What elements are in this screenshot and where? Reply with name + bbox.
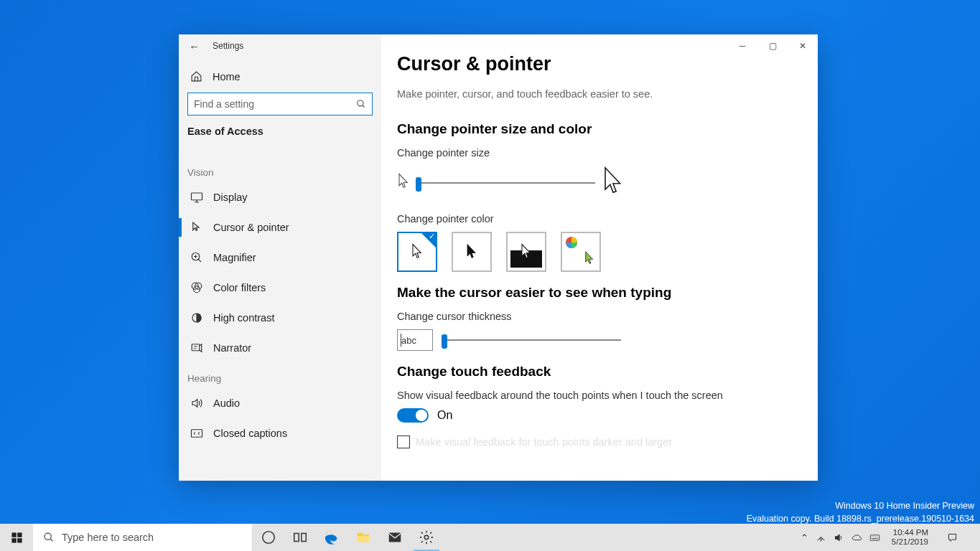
touch-feedback-toggle[interactable] [397, 408, 429, 423]
svg-point-22 [821, 540, 821, 540]
filters-icon [190, 281, 203, 294]
tray-chevron[interactable]: ⌃ [801, 532, 808, 543]
edge-button[interactable] [316, 524, 347, 551]
svg-rect-18 [302, 534, 306, 542]
back-icon[interactable]: ← [189, 40, 200, 52]
start-button[interactable] [0, 524, 33, 551]
sidebar-item-label: Color filters [213, 282, 266, 293]
search-icon [43, 532, 55, 543]
task-view-button[interactable] [284, 524, 316, 551]
cursor-thickness-label: Change cursor thickness [397, 311, 796, 322]
sidebar-item-color-filters[interactable]: Color filters [179, 273, 381, 303]
clock-time: 10:44 PM [892, 528, 928, 537]
watermark-line1: Windows 10 Home Insider Preview [747, 500, 974, 513]
pointer-color-inverted[interactable] [506, 232, 546, 272]
window-title: Settings [213, 41, 243, 51]
taskbar-search-placeholder: Type here to search [62, 532, 154, 543]
search-icon [356, 99, 366, 109]
cursor-thickness-slider[interactable] [442, 339, 621, 341]
titlebar: ← Settings [179, 34, 381, 57]
sidebar-item-label: Cursor & pointer [213, 222, 289, 233]
taskbar-search[interactable]: Type here to search [33, 524, 253, 551]
cursor-black-icon [465, 243, 478, 260]
home-label: Home [213, 71, 241, 83]
taskbar: Type here to search ⌃ 10:44 PM 5/21/2019 [0, 524, 980, 551]
maximize-button[interactable]: ▢ [757, 34, 788, 57]
group-hearing: Hearing [179, 373, 381, 388]
svg-rect-14 [17, 538, 22, 542]
touch-feedback-toggle-row: On [397, 408, 796, 423]
main-content: Cursor & pointer Make pointer, cursor, a… [381, 34, 818, 481]
home-icon [190, 70, 202, 83]
sidebar-item-label: Magnifier [213, 252, 256, 263]
svg-rect-1 [192, 193, 202, 200]
pointer-color-options [397, 232, 796, 272]
system-tray: ⌃ 10:44 PM 5/21/2019 [796, 524, 980, 551]
svg-rect-19 [358, 536, 370, 542]
cursor-inverted-icon [520, 243, 533, 260]
mail-button[interactable] [379, 524, 411, 551]
cursor-custom-icon [584, 250, 595, 266]
pointer-size-label: Change pointer size [397, 147, 796, 159]
folder-icon [355, 529, 371, 545]
slider-thumb[interactable] [416, 177, 421, 192]
notification-icon [947, 532, 958, 543]
pointer-color-white[interactable] [397, 232, 437, 272]
search-input[interactable]: Find a setting [187, 93, 373, 116]
slider-thumb[interactable] [442, 334, 447, 349]
cortana-button[interactable] [253, 524, 284, 551]
svg-point-0 [358, 100, 363, 106]
svg-rect-8 [192, 430, 202, 438]
cursor-icon [190, 221, 203, 234]
sidebar-item-cursor-pointer[interactable]: Cursor & pointer [179, 212, 381, 242]
keyboard-icon[interactable] [869, 532, 880, 543]
svg-rect-7 [192, 344, 200, 351]
sidebar-item-label: High contrast [213, 312, 274, 324]
sidebar-item-audio[interactable]: Audio [179, 388, 381, 418]
sidebar-item-magnifier[interactable]: Magnifier [179, 242, 381, 273]
magnifier-icon [190, 251, 203, 264]
task-view-icon [292, 529, 308, 545]
svg-rect-12 [17, 532, 22, 537]
minimize-button[interactable]: ─ [727, 34, 757, 57]
network-icon[interactable] [816, 532, 826, 543]
svg-rect-20 [389, 533, 401, 542]
sidebar-item-label: Display [213, 192, 248, 203]
close-button[interactable]: ✕ [788, 34, 818, 57]
sidebar-item-high-contrast[interactable]: High contrast [179, 303, 381, 333]
svg-rect-17 [294, 534, 299, 542]
settings-window: ─ ▢ ✕ ← Settings Home Find a setting Eas… [179, 34, 818, 481]
cortana-icon [261, 529, 276, 545]
sidebar-item-closed-captions[interactable]: Closed captions [179, 418, 381, 448]
page-subtitle: Make pointer, cursor, and touch feedback… [397, 88, 796, 100]
pointer-size-row [397, 166, 796, 200]
gear-icon [419, 529, 434, 545]
svg-rect-11 [11, 532, 16, 537]
home-link[interactable]: Home [179, 57, 381, 93]
category-title: Ease of Access [179, 126, 381, 144]
contrast-icon [190, 311, 203, 324]
section-touch-feedback: Change touch feedback [397, 364, 796, 380]
section-cursor-typing: Make the cursor easier to see when typin… [397, 285, 796, 301]
search-placeholder: Find a setting [194, 98, 356, 110]
windows-icon [11, 532, 23, 544]
thickness-preview: abc [397, 329, 433, 351]
onedrive-icon[interactable] [851, 532, 862, 543]
sidebar-item-display[interactable]: Display [179, 182, 381, 212]
action-center-button[interactable] [940, 532, 964, 543]
audio-icon [190, 397, 203, 410]
taskbar-clock[interactable]: 10:44 PM 5/21/2019 [887, 528, 933, 547]
touch-feedback-checkbox[interactable] [397, 435, 410, 448]
pointer-size-slider[interactable] [416, 182, 595, 184]
touch-feedback-checkbox-row: Make visual feedback for touch points da… [397, 435, 796, 448]
settings-taskbar-button[interactable] [411, 524, 442, 551]
section-size-color: Change pointer size and color [397, 121, 796, 137]
sidebar-item-narrator[interactable]: Narrator [179, 333, 381, 363]
captions-icon [190, 427, 203, 440]
toggle-label: On [437, 409, 452, 422]
pointer-color-black[interactable] [452, 232, 492, 272]
volume-icon[interactable] [834, 532, 844, 543]
pointer-color-custom[interactable] [561, 232, 601, 272]
explorer-button[interactable] [347, 524, 379, 551]
cursor-thickness-row: abc [397, 329, 796, 351]
